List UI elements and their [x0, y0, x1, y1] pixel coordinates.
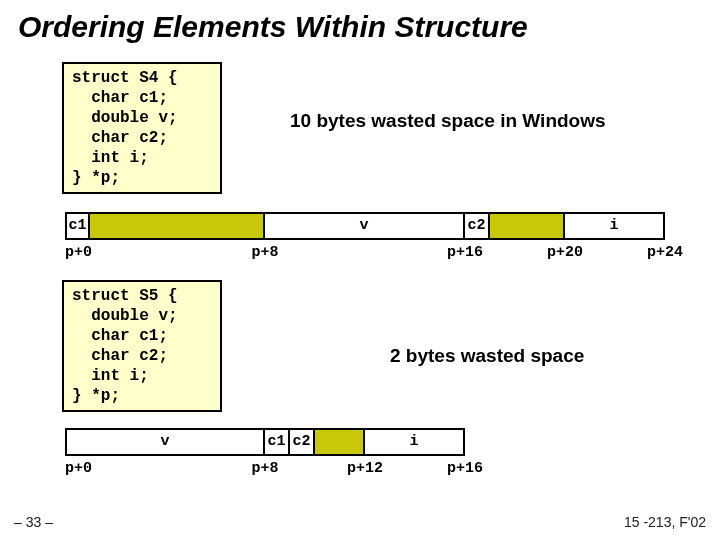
- mem-cell2-pad: [313, 428, 365, 456]
- mem-cell-pad1: [88, 212, 265, 240]
- mem-cell2-i: i: [363, 428, 465, 456]
- mem-cell-c1: c1: [65, 212, 90, 240]
- mem-cell2-c1: c1: [263, 428, 290, 456]
- note-s5-waste: 2 bytes wasted space: [390, 345, 584, 367]
- mem-cell2-v: v: [65, 428, 265, 456]
- mem-cell-i: i: [563, 212, 665, 240]
- off2-p8: p+8: [251, 460, 278, 477]
- off-p0: p+0: [65, 244, 92, 261]
- mem-layout-s4: c1 v c2 i: [65, 212, 665, 240]
- mem-cell-c2: c2: [463, 212, 490, 240]
- footer-course: 15 -213, F'02: [624, 514, 706, 530]
- mem-cell-v: v: [263, 212, 465, 240]
- off-p24: p+24: [647, 244, 683, 261]
- footer-page: – 33 –: [14, 514, 53, 530]
- note-s4-waste: 10 bytes wasted space in Windows: [290, 110, 606, 132]
- off2-p16: p+16: [447, 460, 483, 477]
- mem-layout-s5: v c1 c2 i: [65, 428, 465, 456]
- code-s4: struct S4 { char c1; double v; char c2; …: [62, 62, 222, 194]
- code-s5: struct S5 { double v; char c1; char c2; …: [62, 280, 222, 412]
- off-p8: p+8: [251, 244, 278, 261]
- mem-cell2-c2: c2: [288, 428, 315, 456]
- off-p16: p+16: [447, 244, 483, 261]
- off2-p0: p+0: [65, 460, 92, 477]
- off-p20: p+20: [547, 244, 583, 261]
- mem-cell-pad2: [488, 212, 565, 240]
- off2-p12: p+12: [347, 460, 383, 477]
- slide-title: Ordering Elements Within Structure: [0, 0, 720, 48]
